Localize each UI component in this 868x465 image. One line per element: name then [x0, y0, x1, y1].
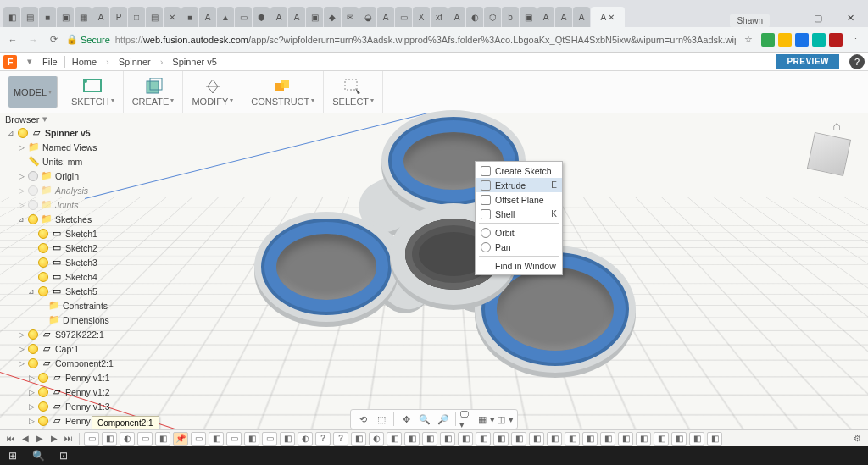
timeline-feature[interactable]: ◧: [493, 432, 509, 446]
tab-active[interactable]: A ✕: [591, 7, 625, 27]
file-menu[interactable]: File: [42, 57, 58, 67]
timeline-unknown[interactable]: ?: [315, 432, 331, 446]
tab-07[interactable]: P: [110, 7, 127, 27]
tab-03[interactable]: ■: [39, 7, 56, 27]
timeline-feature[interactable]: ▭: [191, 432, 206, 446]
forward-button[interactable]: →: [25, 32, 41, 47]
app-logo-icon[interactable]: F: [3, 55, 17, 69]
ctx-extrude[interactable]: ExtrudeE: [476, 178, 562, 192]
crumb-home[interactable]: Home: [72, 57, 97, 67]
tree-units[interactable]: 📏Units: mm: [15, 154, 166, 169]
timeline-feature[interactable]: ◧: [565, 432, 580, 446]
tab-05[interactable]: ▦: [75, 7, 92, 27]
ctx-find-in-window[interactable]: Find in Window: [476, 258, 562, 273]
tab-09[interactable]: ▤: [146, 7, 163, 27]
tab-27[interactable]: ◐: [466, 7, 483, 27]
tab-33[interactable]: A: [573, 7, 590, 27]
crumb-file[interactable]: Spinner v5: [172, 57, 217, 67]
home-view-icon[interactable]: ⌂: [832, 119, 841, 134]
timeline-end[interactable]: ⏭: [63, 433, 75, 445]
window-minimize-button[interactable]: —: [773, 8, 798, 27]
timeline-feature[interactable]: ▭: [137, 432, 153, 446]
timeline-feature[interactable]: ◧: [707, 432, 722, 446]
timeline-feature[interactable]: ◧: [618, 432, 633, 446]
ext-icon-3[interactable]: [795, 33, 809, 47]
tree-root[interactable]: ⊿▱Spinner v5: [5, 125, 166, 140]
tab-15[interactable]: ⬢: [253, 7, 270, 27]
tree-sketch3[interactable]: ▭Sketch3: [25, 255, 166, 269]
tab-04[interactable]: ▣: [57, 7, 74, 27]
window-maximize-button[interactable]: ▢: [805, 8, 831, 27]
browser-panel-header[interactable]: Browser▾: [5, 113, 47, 125]
timeline-feature[interactable]: ◧: [511, 432, 526, 446]
orbit-tool[interactable]: ⟲: [354, 412, 371, 427]
tab-24[interactable]: X: [413, 7, 430, 27]
timeline-unknown[interactable]: ?: [333, 432, 348, 446]
back-button[interactable]: ←: [5, 32, 20, 47]
tab-31[interactable]: A: [537, 7, 554, 27]
tree-component2[interactable]: ▷▱Component2:1: [15, 356, 166, 370]
tree-sketch4[interactable]: ▭Sketch4: [25, 269, 166, 284]
tab-13[interactable]: ▲: [217, 7, 234, 27]
display-settings[interactable]: 🖵 ▾: [459, 412, 476, 427]
window-close-button[interactable]: ✕: [837, 8, 863, 27]
timeline-feature[interactable]: ◐: [298, 432, 313, 446]
timeline-feature[interactable]: ◧: [600, 432, 615, 446]
tab-16[interactable]: A: [270, 7, 287, 27]
pan-tool[interactable]: ✥: [398, 412, 415, 427]
ribbon-modify[interactable]: MODIFY▾: [183, 71, 242, 113]
ribbon-construct[interactable]: CONSTRUCT▾: [242, 71, 324, 113]
tab-23[interactable]: ▭: [395, 7, 412, 27]
timeline-feature[interactable]: ◧: [155, 432, 170, 446]
tree-sketch2[interactable]: ▭Sketch2: [25, 241, 166, 255]
bookmark-button[interactable]: ☆: [741, 32, 756, 47]
tree-analysis[interactable]: ▷📁Analysis: [15, 183, 166, 197]
timeline-feature[interactable]: ◧: [458, 432, 473, 446]
look-at-tool[interactable]: ⬚: [373, 412, 390, 427]
ribbon-sketch[interactable]: SKETCH▾: [63, 71, 124, 113]
timeline-feature[interactable]: ◧: [422, 432, 437, 446]
tab-11[interactable]: ■: [181, 7, 198, 27]
tree-sketch5[interactable]: ⊿▭Sketch5: [25, 284, 166, 298]
zoom-window-tool[interactable]: 🔎: [435, 412, 452, 427]
timeline-start[interactable]: ⏮: [5, 433, 17, 445]
tab-08[interactable]: □: [128, 7, 145, 27]
tab-28[interactable]: ⬡: [484, 7, 501, 27]
tab-12[interactable]: A: [199, 7, 216, 27]
tree-penny1[interactable]: ▷▱Penny v1:1: [25, 370, 166, 385]
timeline-feature[interactable]: ◧: [671, 432, 687, 446]
ext-icon-1[interactable]: [761, 33, 775, 47]
tab-06[interactable]: A: [92, 7, 109, 27]
tab-01[interactable]: ◧: [3, 7, 20, 27]
reload-button[interactable]: ⟳: [46, 32, 61, 47]
timeline-feature[interactable]: ◧: [636, 432, 651, 446]
timeline-feature[interactable]: ◧: [689, 432, 704, 446]
ctx-pan[interactable]: Pan: [476, 240, 562, 254]
tab-10[interactable]: ✕: [164, 7, 181, 27]
start-button[interactable]: ⊞: [0, 446, 25, 465]
timeline-feature[interactable]: ▭: [84, 432, 99, 446]
timeline-feature[interactable]: ◧: [654, 432, 669, 446]
ext-icon-5[interactable]: [829, 33, 843, 47]
url-display[interactable]: https://web.fusion.autodesk.com/app/sc?w…: [115, 34, 736, 46]
tree-bearing[interactable]: ▷▱S972K222:1: [15, 327, 166, 341]
tab-32[interactable]: A: [555, 7, 572, 27]
ctx-offset-plane[interactable]: Offset Plane: [476, 192, 562, 207]
viewport-layout[interactable]: ◫ ▾: [497, 412, 514, 427]
tab-19[interactable]: ◆: [324, 7, 341, 27]
timeline-feature[interactable]: ◧: [209, 432, 224, 446]
timeline-feature[interactable]: ◧: [529, 432, 544, 446]
ribbon-select[interactable]: SELECT▾: [324, 71, 383, 113]
tab-17[interactable]: A: [288, 7, 305, 27]
timeline-feature[interactable]: ◧: [582, 432, 598, 446]
model-spinner[interactable]: [280, 127, 653, 398]
tree-penny3[interactable]: ▷▱Penny v1:3: [25, 399, 166, 413]
tree-cap[interactable]: ▷▱Cap:1: [15, 341, 166, 356]
app-menu-dropdown[interactable]: ▾: [24, 56, 36, 67]
tab-02[interactable]: ▤: [21, 7, 38, 27]
tab-22[interactable]: A: [377, 7, 394, 27]
timeline-feature[interactable]: ◧: [351, 432, 366, 446]
timeline-next[interactable]: ▶: [48, 433, 60, 445]
browser-menu-button[interactable]: ⋮: [848, 32, 863, 47]
tab-14[interactable]: ▭: [235, 7, 252, 27]
